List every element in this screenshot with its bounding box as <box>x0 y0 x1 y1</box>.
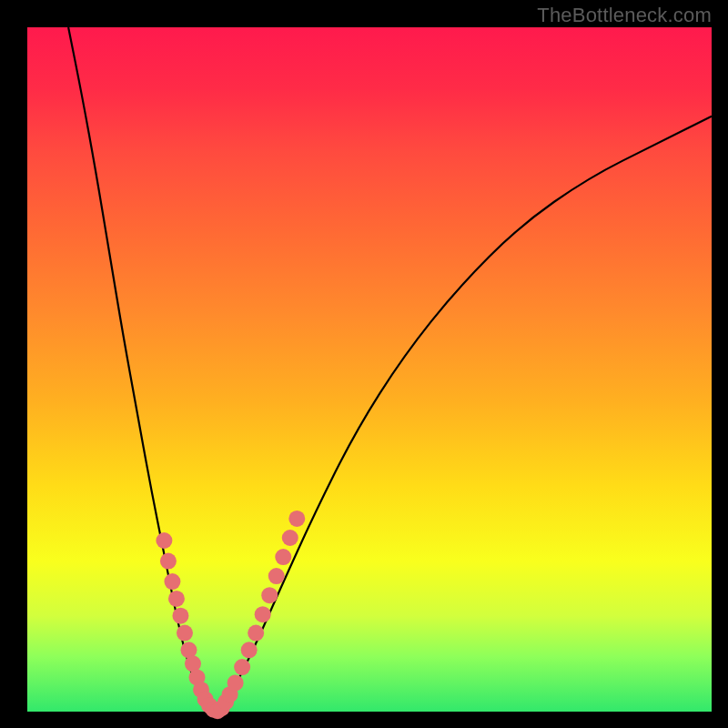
data-marker <box>248 625 264 642</box>
data-marker <box>160 553 177 570</box>
data-marker <box>164 573 180 590</box>
data-marker <box>228 674 244 691</box>
data-marker <box>282 530 298 546</box>
data-marker <box>156 532 172 549</box>
data-marker <box>288 511 305 527</box>
data-marker <box>177 625 193 642</box>
curve-right-branch <box>219 116 712 712</box>
data-marker <box>255 606 271 622</box>
data-marker <box>234 659 250 675</box>
data-marker <box>172 608 188 624</box>
curve-left-branch <box>68 27 212 712</box>
data-marker <box>268 568 285 584</box>
chart-frame: TheBottleneck.com <box>0 0 728 728</box>
data-marker <box>261 587 278 603</box>
data-marker <box>241 642 258 658</box>
data-marker <box>168 591 185 607</box>
chart-svg <box>0 0 728 728</box>
data-marker <box>275 549 291 565</box>
